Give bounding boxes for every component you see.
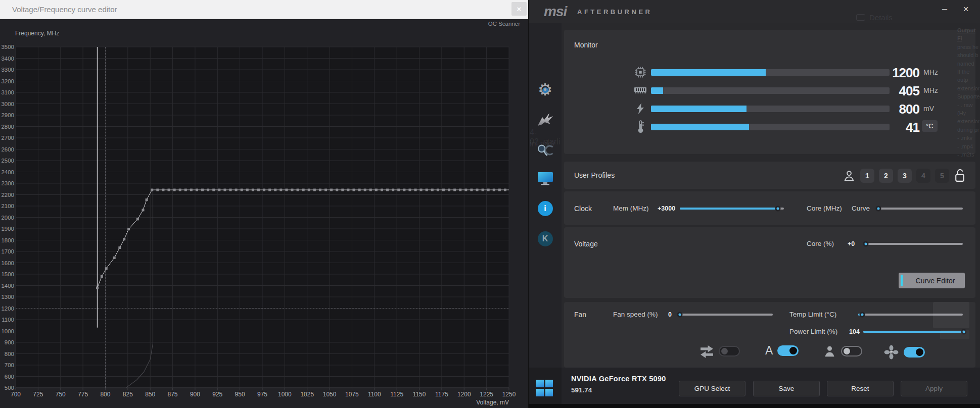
curve-point-marker[interactable]	[375, 189, 378, 191]
close-button[interactable]: ✕	[959, 3, 973, 15]
vf-curve-chart[interactable]: Frequency, MHz35003400330032003100300029…	[0, 19, 528, 408]
profile-slot-button-1[interactable]: 1	[860, 169, 874, 183]
profile-slot-button-2[interactable]: 2	[879, 169, 893, 183]
curve-point-marker[interactable]	[263, 189, 265, 191]
slider-thumb[interactable]	[775, 206, 780, 212]
slider-thumb[interactable]	[860, 312, 865, 318]
curve-point-marker[interactable]	[392, 189, 394, 191]
curve-point-marker[interactable]	[184, 189, 187, 191]
mem-clock-slider[interactable]	[680, 208, 784, 210]
msi-dragon-button[interactable]	[529, 112, 562, 129]
slider-thumb[interactable]	[876, 206, 881, 212]
curve-point-marker[interactable]	[493, 189, 495, 191]
curve-point-marker[interactable]	[118, 246, 121, 249]
curve-point-marker[interactable]	[285, 189, 288, 191]
slider-thumb[interactable]	[677, 312, 682, 318]
reset-button[interactable]: Reset	[827, 381, 894, 396]
curve-point-marker[interactable]	[324, 189, 327, 191]
curve-point-marker[interactable]	[96, 287, 99, 289]
toggle-switch[interactable]	[719, 346, 740, 356]
curve-point-marker[interactable]	[179, 189, 181, 191]
fan-speed-slider[interactable]	[677, 314, 773, 316]
core-clock-slider[interactable]	[876, 208, 963, 210]
curve-point-marker[interactable]	[268, 189, 271, 191]
toggle-switch[interactable]	[777, 345, 799, 356]
curve-point-marker[interactable]	[241, 189, 243, 191]
curve-point-marker[interactable]	[279, 189, 282, 191]
curve-point-marker[interactable]	[319, 189, 321, 191]
curve-point-marker[interactable]	[313, 189, 316, 191]
curve-point-marker[interactable]	[364, 189, 366, 191]
curve-point-marker[interactable]	[156, 189, 159, 191]
apply-button[interactable]: Apply	[901, 381, 967, 396]
curve-point-marker[interactable]	[347, 189, 349, 191]
curve-point-marker[interactable]	[504, 189, 506, 191]
curve-point-marker[interactable]	[123, 238, 125, 240]
curve-point-marker[interactable]	[246, 189, 249, 191]
curve-point-marker[interactable]	[408, 189, 411, 191]
curve-point-marker[interactable]	[403, 189, 405, 191]
curve-point-marker[interactable]	[336, 189, 338, 191]
curve-point-marker[interactable]	[196, 189, 198, 191]
slider-thumb[interactable]	[961, 329, 966, 335]
curve-point-marker[interactable]	[127, 228, 130, 230]
curve-point-marker[interactable]	[297, 189, 299, 191]
curve-point-marker[interactable]	[369, 189, 372, 191]
power-limit-slider[interactable]	[863, 331, 966, 333]
temp-limit-slider[interactable]	[858, 314, 963, 316]
curve-point-marker[interactable]	[420, 189, 423, 191]
windows-logo-icon[interactable]	[536, 380, 553, 396]
curve-point-marker[interactable]	[274, 189, 276, 191]
curve-point-marker[interactable]	[341, 189, 344, 191]
curve-point-marker[interactable]	[101, 275, 103, 278]
curve-point-marker[interactable]	[113, 257, 116, 259]
curve-point-marker[interactable]	[353, 189, 355, 191]
curve-point-marker[interactable]	[302, 189, 305, 191]
profile-slot-button-5[interactable]: 5	[935, 169, 949, 183]
profiles-lock-button[interactable]	[954, 168, 966, 183]
slider-thumb[interactable]	[863, 241, 868, 247]
minimize-button[interactable]: ─	[938, 3, 952, 15]
curve-point-marker[interactable]	[291, 189, 294, 191]
curve-point-marker[interactable]	[498, 189, 501, 191]
curve-editor-close-button[interactable]: ×	[511, 2, 527, 16]
curve-point-marker[interactable]	[482, 189, 484, 191]
core-voltage-slider[interactable]	[863, 243, 963, 245]
curve-point-marker[interactable]	[105, 267, 108, 270]
curve-point-marker[interactable]	[431, 189, 434, 191]
save-button[interactable]: Save	[753, 381, 820, 396]
curve-point-marker[interactable]	[212, 189, 215, 191]
information-button[interactable]: i	[529, 201, 562, 216]
toggle-switch[interactable]	[841, 346, 862, 356]
curve-point-marker[interactable]	[459, 189, 461, 191]
curve-point-marker[interactable]	[142, 209, 144, 211]
curve-point-marker[interactable]	[470, 189, 473, 191]
curve-point-marker[interactable]	[448, 189, 450, 191]
curve-point-marker[interactable]	[330, 189, 333, 191]
curve-point-marker[interactable]	[257, 189, 260, 191]
curve-point-marker[interactable]	[151, 189, 153, 191]
curve-point-marker[interactable]	[487, 189, 490, 191]
curve-point-marker[interactable]	[358, 189, 361, 191]
curve-point-marker[interactable]	[464, 189, 467, 191]
curve-point-marker[interactable]	[386, 189, 389, 191]
curve-point-marker[interactable]	[207, 189, 209, 191]
curve-point-marker[interactable]	[235, 189, 238, 191]
curve-point-marker[interactable]	[173, 189, 176, 191]
curve-point-marker[interactable]	[201, 189, 204, 191]
curve-point-marker[interactable]	[168, 189, 170, 191]
curve-point-marker[interactable]	[162, 189, 164, 191]
curve-point-marker[interactable]	[223, 189, 226, 191]
kombustor-button[interactable]: K	[529, 231, 562, 246]
curve-point-marker[interactable]	[397, 189, 400, 191]
profile-user-button[interactable]	[843, 169, 856, 182]
toggle-switch[interactable]	[904, 347, 925, 358]
curve-editor-button[interactable]: Curve Editor	[899, 273, 965, 288]
gpu-select-button[interactable]: GPU Select	[679, 381, 745, 396]
curve-point-marker[interactable]	[414, 189, 417, 191]
curve-point-marker[interactable]	[229, 189, 232, 191]
curve-point-marker[interactable]	[476, 189, 479, 191]
curve-point-marker[interactable]	[146, 198, 148, 201]
oc-scanner-button[interactable]	[529, 143, 562, 159]
curve-point-marker[interactable]	[437, 189, 439, 191]
